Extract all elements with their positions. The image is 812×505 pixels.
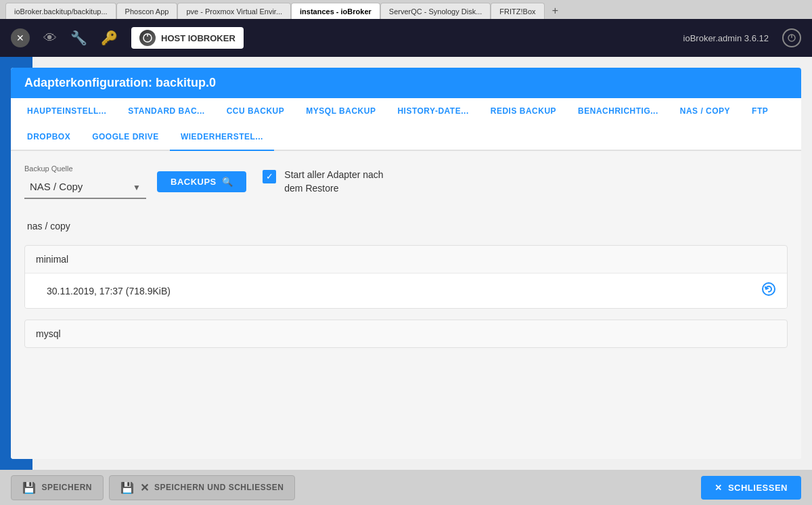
save-close-button[interactable]: 💾 ✕ SPEICHERN UND SCHLIESSEN <box>109 475 295 500</box>
tab-googledrive[interactable]: GOOGLE DRIVE <box>81 124 170 151</box>
iobroker-logo <box>139 30 156 46</box>
backup-source-select[interactable]: NAS / Copy FTP Dropbox Google Drive <box>24 175 146 199</box>
login-icon[interactable]: 🔑 <box>101 30 118 46</box>
tab-mysqlbackup[interactable]: MYSQL BACKUP <box>295 98 386 125</box>
tab-historydate[interactable]: HISTORY-DATE... <box>386 98 479 125</box>
backup-item-1: 30.11.2019, 17:37 (718.9KiB) <box>25 273 787 308</box>
wrench-icon[interactable]: 🔧 <box>70 30 87 46</box>
host-label: HOST IOBROKER <box>161 33 235 43</box>
backup-source-row: Backup Quelle NAS / Copy FTP Dropbox Goo… <box>24 164 788 199</box>
save-close-label: SPEICHERN UND SCHLIESSEN <box>154 483 284 492</box>
tab-standardbac[interactable]: STANDARD BAC... <box>117 98 215 125</box>
save-button[interactable]: 💾 SPEICHERN <box>11 475 104 500</box>
start-adapters-checkbox[interactable]: ✓ <box>263 170 276 183</box>
close-bottom-label: SCHLIESSEN <box>728 483 788 493</box>
browser-tab-1[interactable]: ioBroker.backitup/backitup... <box>5 3 116 19</box>
bottom-bar: 💾 SPEICHERN 💾 ✕ SPEICHERN UND SCHLIESSEN… <box>0 470 812 505</box>
tab-dropbox[interactable]: DROPBOX <box>16 124 81 151</box>
card-body: Backup Quelle NAS / Copy FTP Dropbox Goo… <box>11 151 801 459</box>
user-label: ioBroker.admin 3.6.12 <box>683 33 769 43</box>
eye-icon[interactable]: 👁 <box>43 30 57 46</box>
tab-nascopy[interactable]: NAS / COPY <box>669 98 741 125</box>
close-bottom-button[interactable]: ✕ SCHLIESSEN <box>701 476 801 500</box>
card-title: Adapterkonfiguration: backitup.0 <box>24 76 216 89</box>
browser-tabs-bar: ioBroker.backitup/backitup... Phoscon Ap… <box>0 0 812 19</box>
top-navigation: ✕ 👁 🔧 🔑 HOST IOBROKER ioBroker.admin 3.6… <box>0 19 812 57</box>
browser-tab-4[interactable]: instances - ioBroker <box>291 3 380 19</box>
backups-button-label: BACKUPS <box>171 177 217 187</box>
adapter-config-card: Adapterkonfiguration: backitup.0 HAUPTEI… <box>11 68 801 459</box>
backup-group-minimal: minimal 30.11.2019, 17:37 (718.9KiB) <box>24 245 788 309</box>
save-close-save-icon: 💾 <box>120 481 135 494</box>
tab-redisbackup[interactable]: REDIS BACKUP <box>480 98 567 125</box>
backup-source-group: Backup Quelle NAS / Copy FTP Dropbox Goo… <box>24 164 146 199</box>
backups-button[interactable]: BACKUPS 🔍 <box>157 171 246 192</box>
browser-tab-2[interactable]: Phoscon App <box>116 3 178 19</box>
close-button[interactable]: ✕ <box>11 28 30 47</box>
browser-tab-5[interactable]: ServerQC - Synology Disk... <box>380 3 491 19</box>
close-bottom-icon: ✕ <box>715 483 723 493</box>
restore-icon-1[interactable] <box>761 282 776 300</box>
save-close-x-icon: ✕ <box>140 481 150 494</box>
save-icon: 💾 <box>22 481 37 494</box>
search-icon: 🔍 <box>222 177 233 187</box>
backup-group-mysql: mysql <box>24 320 788 348</box>
svg-point-4 <box>763 283 775 295</box>
backup-source-label: Backup Quelle <box>24 164 146 173</box>
browser-tab-3[interactable]: pve - Proxmox Virtual Envir... <box>177 3 291 19</box>
tab-ccubackup[interactable]: CCU BACKUP <box>216 98 296 125</box>
start-adapters-row: ✓ Start aller Adapter nach dem Restore <box>263 169 383 195</box>
save-label: SPEICHERN <box>42 483 93 492</box>
tabs-row: HAUPTEINSTELL... STANDARD BAC... CCU BAC… <box>11 98 801 151</box>
backup-group-header-mysql: mysql <box>25 320 787 347</box>
backup-source-select-wrapper: NAS / Copy FTP Dropbox Google Drive ▼ <box>24 175 146 199</box>
power-icon[interactable] <box>782 28 801 47</box>
tab-haupteinst[interactable]: HAUPTEINSTELL... <box>16 98 117 125</box>
start-adapters-label: Start aller Adapter nach dem Restore <box>284 169 383 195</box>
host-badge[interactable]: HOST IOBROKER <box>131 27 244 49</box>
backup-item-label-1: 30.11.2019, 17:37 (718.9KiB) <box>47 286 171 297</box>
browser-tab-6[interactable]: FRITZ!Box <box>491 3 544 19</box>
backup-group-header-minimal: minimal <box>25 246 787 273</box>
tab-ftp[interactable]: FTP <box>741 98 779 125</box>
add-tab-button[interactable]: + <box>547 3 564 19</box>
section-label: nas / copy <box>24 215 788 237</box>
card-header: Adapterkonfiguration: backitup.0 <box>11 68 801 98</box>
tab-benachrichtig[interactable]: BENACHRICHTIG... <box>567 98 669 125</box>
tab-wiederherstel[interactable]: WIEDERHERSTEL... <box>170 124 274 151</box>
